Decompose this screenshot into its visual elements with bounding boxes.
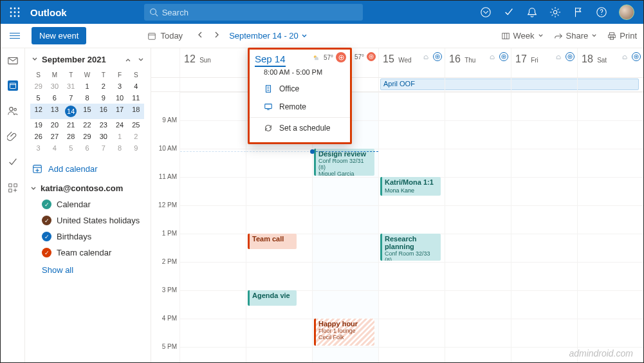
mini-cal-collapse-icon[interactable] <box>32 56 38 64</box>
share-button[interactable]: Share <box>554 31 598 41</box>
add-location-icon[interactable] <box>566 52 575 61</box>
mini-cal-day[interactable]: 31 <box>63 80 79 92</box>
mini-cal-day[interactable]: 3 <box>30 142 46 154</box>
mini-cal-day[interactable]: 8 <box>111 142 127 154</box>
day-header[interactable]: 15 Wed <box>378 48 445 77</box>
add-location-icon[interactable] <box>367 52 376 61</box>
popup-option-remote[interactable]: Remote <box>250 98 350 116</box>
calendar-event[interactable]: Happy hourFloor 1 loungeCecil Folk <box>314 319 374 346</box>
mini-cal-day[interactable]: 22 <box>79 119 95 131</box>
calendar-checkbox[interactable]: ✓ <box>42 232 51 241</box>
mini-cal-day[interactable]: 14 <box>63 104 79 119</box>
calendar-event[interactable]: Agenda vie <box>248 290 297 306</box>
day-column[interactable]: Katri/Mona 1:1 Mona KaneResearch plannin… <box>378 92 445 362</box>
day-column[interactable] <box>445 92 511 362</box>
calendar-checkbox[interactable]: ✓ <box>42 216 51 225</box>
day-column[interactable] <box>511 92 577 362</box>
mini-cal-day[interactable]: 1 <box>111 131 127 142</box>
add-location-icon[interactable] <box>632 52 641 61</box>
calendar-event[interactable]: Team call <box>248 234 297 249</box>
calendar-event[interactable]: Research planningConf Room 32/33 (8)Wand… <box>380 234 441 261</box>
add-location-icon[interactable] <box>433 52 442 61</box>
new-event-button[interactable]: New event <box>32 27 86 44</box>
mail-icon[interactable] <box>7 55 19 66</box>
mini-cal-day[interactable]: 2 <box>128 131 144 142</box>
todo-icon[interactable] <box>503 6 515 18</box>
calendar-checkbox[interactable]: ✓ <box>42 200 51 209</box>
files-icon[interactable] <box>7 131 19 142</box>
mini-cal-day[interactable]: 27 <box>46 131 62 142</box>
todo-module-icon[interactable] <box>7 156 19 168</box>
next-week-button[interactable] <box>208 31 225 41</box>
day-header[interactable]: 17 Fri <box>511 48 577 77</box>
calendar-module-icon[interactable] <box>8 80 18 91</box>
mini-cal-day[interactable]: 29 <box>79 131 95 142</box>
mini-cal-day[interactable]: 11 <box>128 92 144 104</box>
mini-cal-day[interactable]: 3 <box>111 80 127 92</box>
print-button[interactable]: Print <box>607 31 637 41</box>
allday-cell[interactable]: April OOF <box>378 78 445 91</box>
flag-icon[interactable] <box>573 6 584 18</box>
calendar-list-item[interactable]: ✓United States holidays <box>42 216 144 225</box>
mini-cal-day[interactable]: 28 <box>63 131 79 142</box>
hamburger-menu[interactable] <box>7 28 23 44</box>
popup-option-schedule[interactable]: Set a schedule <box>250 119 350 137</box>
mini-cal-day[interactable]: 9 <box>95 92 111 104</box>
search-box[interactable] <box>144 4 363 21</box>
mini-cal-prev-icon[interactable] <box>125 57 131 63</box>
allday-cell[interactable] <box>511 78 577 91</box>
day-header[interactable]: 12 Sun <box>179 48 246 77</box>
allday-cell[interactable] <box>179 78 246 91</box>
chat-icon[interactable] <box>480 6 492 18</box>
calendar-grid[interactable]: 9 AM10 AM11 AM12 PM1 PM2 PM3 PM4 PM5 PM6… <box>151 92 643 362</box>
calendar-list-item[interactable]: ✓Birthdays <box>42 232 144 241</box>
mini-cal-day[interactable]: 4 <box>128 80 144 92</box>
popup-add-location-icon[interactable] <box>336 52 346 62</box>
popup-option-office[interactable]: Office <box>250 80 350 98</box>
mini-cal-day[interactable]: 8 <box>79 92 95 104</box>
mini-cal-day[interactable]: 7 <box>95 142 111 154</box>
day-column[interactable] <box>179 92 246 362</box>
mini-cal-day[interactable]: 12 <box>30 104 46 119</box>
mini-cal-day[interactable]: 19 <box>30 119 46 131</box>
mini-cal-day[interactable]: 15 <box>79 104 95 119</box>
calendar-list-item[interactable]: ✓Calendar <box>42 200 144 209</box>
user-avatar[interactable] <box>619 5 634 20</box>
mini-cal-day[interactable]: 5 <box>63 142 79 154</box>
mini-cal-day[interactable]: 2 <box>95 80 111 92</box>
mini-cal-day[interactable]: 17 <box>111 104 127 119</box>
app-launcher-icon[interactable] <box>6 3 24 21</box>
calendar-list-item[interactable]: ✓Team calendar <box>42 248 144 257</box>
mini-cal-day[interactable]: 13 <box>46 104 62 119</box>
settings-icon[interactable] <box>549 6 561 18</box>
account-row[interactable]: katria@contoso.com <box>30 183 144 193</box>
mini-cal-day[interactable]: 20 <box>46 119 62 131</box>
mini-cal-day[interactable]: 21 <box>63 119 79 131</box>
mini-cal-day[interactable]: 1 <box>79 80 95 92</box>
mini-cal-day[interactable]: 26 <box>30 131 46 142</box>
mini-cal-day[interactable]: 29 <box>30 80 46 92</box>
day-header[interactable]: 16 Thu <box>445 48 511 77</box>
people-icon[interactable] <box>7 105 19 116</box>
today-button[interactable]: Today <box>147 31 183 41</box>
date-range-picker[interactable]: September 14 - 20 <box>229 31 308 41</box>
mini-cal-day[interactable]: 10 <box>111 92 127 104</box>
mini-cal-next-icon[interactable] <box>138 57 144 63</box>
add-location-icon[interactable] <box>499 52 508 61</box>
help-icon[interactable] <box>596 6 607 18</box>
more-apps-icon[interactable] <box>7 182 19 194</box>
mini-cal-day[interactable]: 24 <box>111 119 127 131</box>
calendar-event[interactable]: Katri/Mona 1:1 Mona Kane <box>380 177 441 196</box>
show-all-calendars[interactable]: Show all <box>42 265 144 275</box>
prev-week-button[interactable] <box>192 31 208 41</box>
mini-cal-day[interactable]: 18 <box>128 104 144 119</box>
mini-cal-day[interactable]: 6 <box>79 142 95 154</box>
allday-cell[interactable] <box>445 78 511 91</box>
mini-cal-day[interactable]: 5 <box>30 92 46 104</box>
calendar-checkbox[interactable]: ✓ <box>42 248 51 257</box>
mini-cal-day[interactable]: 4 <box>46 142 62 154</box>
mini-cal-day[interactable]: 16 <box>95 104 111 119</box>
mini-cal-day[interactable]: 6 <box>46 92 62 104</box>
search-input[interactable] <box>162 8 342 17</box>
view-week-button[interactable]: Week <box>501 31 544 41</box>
